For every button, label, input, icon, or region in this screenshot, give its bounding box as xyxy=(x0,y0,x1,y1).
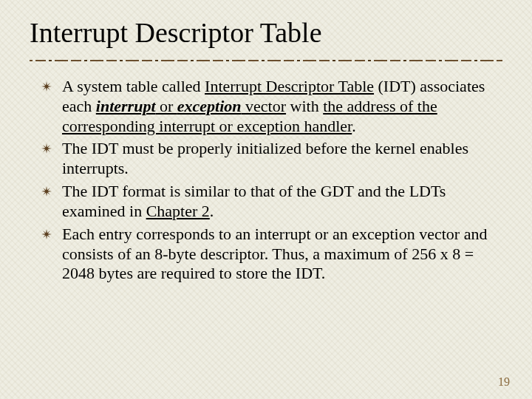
slide: Interrupt Descriptor Table A system tabl… xyxy=(0,0,532,399)
bullet-text-1: A system table called Interrupt Descript… xyxy=(62,77,502,136)
text-run: . xyxy=(352,117,356,135)
bullet-list: A system table called Interrupt Descript… xyxy=(30,77,502,284)
text-run: with xyxy=(286,97,323,115)
bullet-text-2: The IDT must be properly initialized bef… xyxy=(62,139,502,179)
list-item: Each entry corresponds to an interrupt o… xyxy=(41,225,502,284)
title-divider xyxy=(30,58,502,64)
text-run: The IDT format is similar to that of the… xyxy=(62,182,446,220)
text-run: . xyxy=(210,202,214,220)
bullet-text-3: The IDT format is similar to that of the… xyxy=(62,182,502,222)
page-number: 19 xyxy=(498,375,510,389)
star-bullet-icon xyxy=(41,186,52,197)
star-bullet-icon xyxy=(41,81,52,92)
text-underline: vector xyxy=(242,97,286,115)
list-item: The IDT format is similar to that of the… xyxy=(41,182,502,222)
star-bullet-icon xyxy=(41,229,52,239)
text-emph: exception xyxy=(177,97,242,115)
text-underline: or xyxy=(156,97,177,115)
list-item: The IDT must be properly initialized bef… xyxy=(41,139,502,179)
text-underline: Interrupt Descriptor Table xyxy=(205,77,374,95)
text-run: A system table called xyxy=(62,77,205,95)
bullet-text-4: Each entry corresponds to an interrupt o… xyxy=(62,225,502,284)
star-bullet-icon xyxy=(41,143,52,154)
list-item: A system table called Interrupt Descript… xyxy=(41,77,502,136)
slide-title: Interrupt Descriptor Table xyxy=(30,16,502,49)
text-link: Chapter 2 xyxy=(146,202,210,220)
text-emph: interrupt xyxy=(96,97,156,115)
